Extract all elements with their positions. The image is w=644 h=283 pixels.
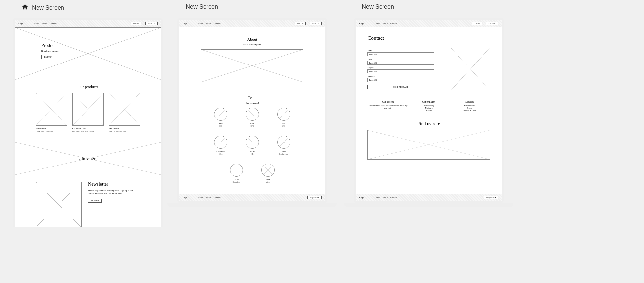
office-column: Copenhagen FrederiksbergNordhavnSydhavn bbox=[408, 100, 449, 112]
member-name: Sam bbox=[211, 122, 230, 125]
hero-subtitle: Brand new product bbox=[41, 50, 59, 52]
screen-label-text: New Screen bbox=[186, 3, 218, 10]
member-role: Intern bbox=[259, 181, 277, 183]
subject-field[interactable]: Input field bbox=[367, 69, 434, 73]
hero-image-placeholder bbox=[15, 27, 161, 80]
contact-title: Contact bbox=[356, 35, 502, 41]
card-title: Cool new blog bbox=[72, 127, 104, 130]
team-member[interactable]: Peter Engineering bbox=[275, 136, 293, 155]
team-member[interactable]: Ben CTO bbox=[275, 108, 293, 127]
member-role: Operations bbox=[227, 181, 246, 183]
avatar-placeholder bbox=[214, 136, 227, 149]
nav-about[interactable]: About bbox=[206, 23, 211, 25]
screen-label-text: New Screen bbox=[32, 4, 64, 11]
screen-label-2[interactable]: New Screen bbox=[186, 3, 218, 10]
message-field[interactable]: Input field bbox=[367, 78, 434, 82]
email-field[interactable]: Input field bbox=[367, 61, 434, 65]
laptop-base bbox=[167, 203, 337, 207]
frame-screen-3[interactable]: Logo Home About Contact LOG IN SIGN UP C… bbox=[354, 18, 504, 203]
field-label: Name bbox=[367, 50, 434, 52]
find-us-title: Find us here bbox=[356, 121, 502, 127]
nav-home[interactable]: Home bbox=[375, 23, 380, 25]
nav-contact[interactable]: Contact bbox=[50, 23, 57, 25]
screen-label-3[interactable]: New Screen bbox=[362, 3, 394, 10]
wf-logo[interactable]: Logo bbox=[359, 196, 364, 199]
product-card[interactable]: Cool new blog Read news from our company bbox=[72, 93, 104, 132]
card-sub: Check what it's so about bbox=[36, 130, 67, 132]
card-sub: Read news from our company bbox=[72, 130, 104, 132]
avatar-placeholder bbox=[230, 164, 243, 177]
nav-contact[interactable]: Contact bbox=[390, 197, 397, 199]
team-member[interactable]: Marie HR bbox=[243, 136, 261, 155]
login-button[interactable]: LOG IN bbox=[131, 22, 142, 25]
wf-header: Logo Home About Contact LOG IN SIGN UP bbox=[15, 20, 161, 27]
office-body: Find our offices around the world and fe… bbox=[367, 105, 408, 109]
nav-about[interactable]: About bbox=[383, 23, 388, 25]
team-member[interactable]: Donna Operations bbox=[227, 164, 246, 183]
login-button[interactable]: LOG IN bbox=[472, 22, 483, 25]
hero-button[interactable]: BUTTON bbox=[41, 55, 55, 59]
frame-screen-1[interactable]: Logo Home About Contact LOG IN SIGN UP P… bbox=[13, 18, 163, 227]
office-column: Our offices Find our offices around the … bbox=[367, 100, 408, 112]
product-card[interactable]: New product Check what it's so about bbox=[36, 93, 67, 132]
nav-about[interactable]: About bbox=[383, 197, 388, 199]
team-sub: Our rockstars! bbox=[179, 102, 325, 104]
footer-dropdown[interactable]: Dropdown ▾ bbox=[484, 196, 498, 199]
card-image-placeholder bbox=[72, 93, 104, 126]
nav-home[interactable]: Home bbox=[34, 23, 39, 25]
field-label: Email bbox=[367, 58, 434, 60]
product-card[interactable]: Our people Meet our amazing team bbox=[109, 93, 140, 132]
team-member[interactable]: Bob Intern bbox=[259, 164, 277, 183]
wf-logo[interactable]: Logo bbox=[18, 22, 23, 25]
footer-dropdown[interactable]: Dropdown ▾ bbox=[307, 196, 322, 199]
newsletter-image-placeholder bbox=[36, 182, 82, 227]
screen-label-1[interactable]: New Screen bbox=[21, 3, 64, 12]
member-name: Bob bbox=[259, 178, 277, 181]
newsletter-body: Stay in loop with our company news. Sign… bbox=[88, 189, 140, 195]
nav-about[interactable]: About bbox=[206, 197, 211, 199]
team-member[interactable]: Sam CEO bbox=[211, 108, 230, 127]
nav-contact[interactable]: Contact bbox=[390, 23, 397, 25]
member-role: HR bbox=[243, 153, 261, 155]
wf-logo[interactable]: Logo bbox=[183, 22, 187, 25]
member-name: Donna bbox=[227, 178, 246, 181]
about-image-placeholder bbox=[201, 49, 303, 82]
newsletter-signup-button[interactable]: SIGN UP bbox=[88, 199, 102, 203]
member-name: Peter bbox=[275, 150, 293, 153]
contact-image-placeholder bbox=[451, 48, 490, 90]
signup-button[interactable]: SIGN UP bbox=[310, 22, 322, 25]
send-message-button[interactable]: SEND MESSAGE bbox=[367, 85, 434, 89]
card-image-placeholder bbox=[109, 93, 140, 126]
design-canvas[interactable]: New Screen New Screen New Screen Logo Ho… bbox=[0, 0, 644, 283]
member-role: CEO bbox=[211, 125, 230, 127]
map-placeholder bbox=[367, 130, 490, 160]
card-sub: Meet our amazing team bbox=[109, 130, 140, 132]
screen-label-text: New Screen bbox=[362, 3, 394, 10]
wf-logo[interactable]: Logo bbox=[183, 196, 187, 199]
home-icon bbox=[21, 3, 29, 12]
nav-contact[interactable]: Contact bbox=[214, 197, 221, 199]
login-button[interactable]: LOG IN bbox=[295, 22, 306, 25]
products-heading: Our products bbox=[15, 85, 161, 90]
card-image-placeholder bbox=[36, 93, 67, 126]
nav-contact[interactable]: Contact bbox=[214, 23, 221, 25]
card-title: Our people bbox=[109, 127, 140, 130]
wf-footer: Logo Home About Contact Dropdown ▾ bbox=[179, 194, 325, 201]
team-member[interactable]: Lily CFO bbox=[243, 108, 261, 127]
wf-logo[interactable]: Logo bbox=[359, 22, 364, 25]
office-title: Copenhagen bbox=[408, 100, 449, 103]
nav-home[interactable]: Home bbox=[198, 23, 203, 25]
team-member[interactable]: Emanuel Sales bbox=[211, 136, 230, 155]
avatar-placeholder bbox=[277, 136, 290, 149]
name-field[interactable]: Input field bbox=[367, 52, 434, 56]
nav-about[interactable]: About bbox=[42, 23, 47, 25]
field-label: Subject bbox=[367, 67, 434, 69]
nav-home[interactable]: Home bbox=[198, 197, 203, 199]
card-title: New product bbox=[36, 127, 67, 130]
frame-screen-2[interactable]: Logo Home About Contact LOG IN SIGN UP A… bbox=[177, 18, 327, 203]
signup-button[interactable]: SIGN UP bbox=[486, 22, 498, 25]
office-body: FrederiksbergNordhavnSydhavn bbox=[408, 105, 449, 112]
avatar-placeholder bbox=[261, 164, 275, 177]
signup-button[interactable]: SIGN UP bbox=[145, 22, 158, 25]
nav-home[interactable]: Home bbox=[375, 197, 380, 199]
